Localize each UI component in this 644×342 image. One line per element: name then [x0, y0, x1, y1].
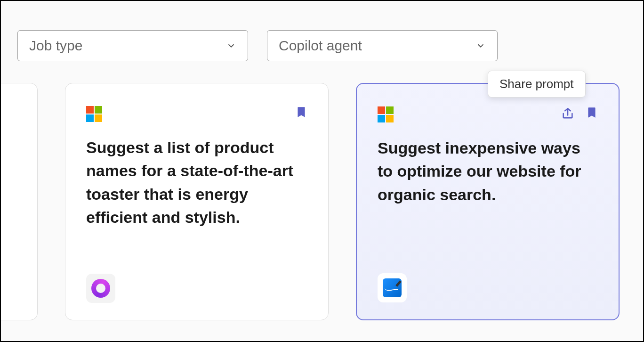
card-header [378, 106, 598, 122]
card-header [86, 106, 307, 122]
prompt-text: Suggest inexpensive ways to optimize our… [378, 137, 598, 273]
chevron-down-icon [475, 41, 486, 51]
copilot-agent-label: Copilot agent [279, 38, 362, 54]
filter-bar: Job type Copilot agent [1, 1, 643, 61]
prompt-text: Suggest a list of product names for a st… [86, 136, 307, 274]
chevron-down-icon [226, 41, 236, 51]
loop-icon [91, 279, 110, 298]
copilot-agent-dropdown[interactable]: Copilot agent [267, 30, 498, 61]
share-prompt-tooltip: Share prompt [488, 71, 586, 98]
app-chip-whiteboard[interactable] [378, 273, 407, 302]
card-footer [378, 273, 598, 302]
prompt-card-2[interactable]: Suggest inexpensive ways to optimize our… [356, 83, 620, 320]
card-footer [86, 274, 307, 303]
job-type-dropdown[interactable]: Job type [17, 30, 248, 61]
app-chip-loop[interactable] [86, 274, 115, 303]
card-actions [295, 106, 307, 120]
prompt-card-previous[interactable] [0, 83, 38, 320]
microsoft-logo-icon [378, 106, 394, 122]
card-actions [561, 106, 598, 121]
prompt-card-1[interactable]: Suggest a list of product names for a st… [65, 83, 329, 320]
share-icon[interactable] [561, 107, 574, 120]
job-type-label: Job type [29, 38, 82, 54]
bookmark-icon[interactable] [586, 106, 598, 121]
microsoft-logo-icon [86, 106, 102, 122]
bookmark-icon[interactable] [295, 106, 307, 120]
whiteboard-icon [383, 278, 402, 297]
prompt-cards-row: Suggest a list of product names for a st… [0, 61, 643, 320]
